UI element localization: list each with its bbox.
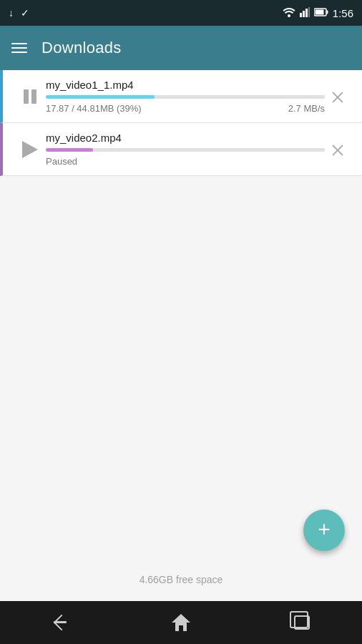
recents-icon <box>294 615 310 630</box>
status-bar: ↓ ✓ 1:56 <box>0 0 362 26</box>
back-button[interactable] <box>44 607 76 638</box>
close-icon-2 <box>331 142 345 157</box>
download-action-2[interactable] <box>14 141 46 158</box>
progress-bar-fill-2 <box>46 148 93 152</box>
app-bar: Downloads <box>0 26 362 70</box>
pause-icon <box>21 87 39 106</box>
wifi-icon <box>283 7 295 19</box>
check-icon: ✓ <box>21 7 29 19</box>
progress-bar-track-1 <box>46 95 325 99</box>
signal-icon <box>300 7 310 19</box>
download-status-icon: ↓ <box>9 7 14 19</box>
free-space-label: 4.66GB free space <box>0 574 362 585</box>
svg-rect-1 <box>300 13 302 17</box>
add-download-fab[interactable]: + <box>303 509 345 551</box>
time-display: 1:56 <box>333 7 353 19</box>
download-item-2: my_video2.mp4 Paused <box>0 123 362 176</box>
download-list: my_video1_1.mp4 17.87 / 44.81MB (39%) 2.… <box>0 70 362 176</box>
svg-rect-2 <box>303 11 305 17</box>
recents-button[interactable] <box>286 607 318 638</box>
svg-rect-4 <box>308 7 310 17</box>
battery-icon <box>314 7 328 19</box>
home-icon <box>172 614 190 631</box>
svg-rect-3 <box>305 9 308 17</box>
close-icon-1 <box>331 89 345 104</box>
svg-rect-6 <box>315 10 323 15</box>
download-action-1[interactable] <box>14 87 46 106</box>
back-icon <box>52 614 69 631</box>
close-button-2[interactable] <box>325 137 351 162</box>
home-button[interactable] <box>165 607 197 638</box>
download-meta-1: 17.87 / 44.81MB (39%) 2.7 MB/s <box>46 103 325 114</box>
download-status-2: Paused <box>46 156 325 167</box>
download-item-1: my_video1_1.mp4 17.87 / 44.81MB (39%) 2.… <box>0 70 362 123</box>
fab-plus-icon: + <box>318 519 331 540</box>
nav-bar <box>0 601 362 644</box>
svg-rect-7 <box>326 11 328 14</box>
download-info-2: my_video2.mp4 Paused <box>46 132 325 167</box>
play-icon <box>22 141 38 158</box>
content-area: my_video1_1.mp4 17.87 / 44.81MB (39%) 2.… <box>0 70 362 601</box>
download-filename-2: my_video2.mp4 <box>46 132 325 144</box>
download-info-1: my_video1_1.mp4 17.87 / 44.81MB (39%) 2.… <box>46 79 325 114</box>
page-title: Downloads <box>41 39 122 57</box>
svg-point-0 <box>288 14 290 17</box>
progress-bar-fill-1 <box>46 95 155 99</box>
download-speed-1: 2.7 MB/s <box>288 103 325 114</box>
close-button-1[interactable] <box>325 84 351 109</box>
download-size-1: 17.87 / 44.81MB (39%) <box>46 103 142 114</box>
progress-bar-track-2 <box>46 148 325 152</box>
download-filename-1: my_video1_1.mp4 <box>46 79 325 91</box>
hamburger-menu-button[interactable] <box>11 43 27 53</box>
